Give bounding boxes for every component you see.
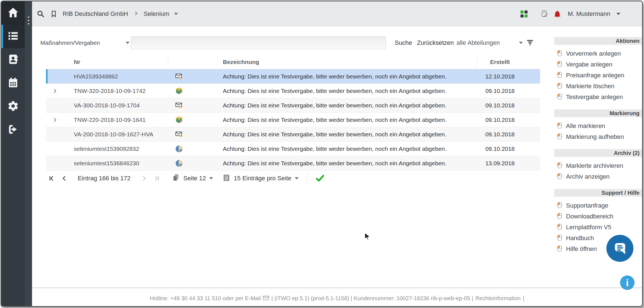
action-vergabe-anlegen[interactable]: Vergabe anlegen (554, 59, 643, 70)
table-row[interactable]: VA-200-2018-10-09-1627-HVA Achtung: Dies… (46, 127, 540, 142)
row-expander[interactable] (50, 142, 60, 156)
info-icon: i (626, 278, 629, 288)
sidebar-kebab-menu-icon[interactable] (26, 16, 30, 24)
row-nr: TNW-320-2018-10-09-1742 (74, 84, 146, 98)
notifications-bell-icon[interactable] (553, 10, 562, 18)
filter-funnel-icon[interactable] (526, 39, 534, 48)
row-nr: TNW-220-2018-10-09-1641 (74, 113, 146, 127)
breadcrumb-section[interactable]: Selenium (144, 10, 169, 18)
footer-version: | (iTWO ep 5.1) (prod-5.1-1156) | Kunden… (271, 295, 473, 302)
row-expander[interactable] (50, 156, 60, 171)
action-preisanfrage-anlegen[interactable]: Preisanfrage anlegen (554, 70, 643, 81)
apply-check-button[interactable] (314, 172, 326, 184)
last-page-button[interactable] (150, 172, 162, 184)
notes-edit-icon[interactable] (540, 10, 549, 18)
chevron-down-icon[interactable] (174, 13, 178, 15)
table-row[interactable]: HVA1539348862 Achtung: Dies ist eine Tes… (46, 69, 540, 84)
breadcrumb: RIB Deutschland GmbH Selenium (36, 1, 178, 26)
previous-page-button[interactable] (58, 172, 70, 184)
row-type-icon (175, 156, 184, 171)
action-markierte-archivieren[interactable]: Markierte archivieren (554, 160, 643, 171)
action-archiv-anzeigen[interactable]: Archiv anzeigen (554, 171, 643, 182)
email-envelope-icon[interactable] (263, 295, 269, 302)
table-row[interactable]: TNW-220-2018-10-09-1641 Achtung: Dies is… (46, 113, 540, 127)
mouse-action-icon (557, 245, 562, 253)
department-dropdown[interactable]: alle Abteilungen (457, 39, 523, 46)
footer-hotline: Hotline: +49 30 44 33 11 510 oder per E-… (150, 295, 261, 302)
search-icon[interactable] (36, 10, 45, 18)
list-icon (7, 30, 19, 43)
chat-support-button[interactable] (606, 235, 633, 262)
action-vorvermerk-anlegen[interactable]: Vorvermerk anlegen (554, 48, 643, 59)
mouse-action-icon (557, 61, 562, 68)
row-nr: VA-300-2018-10-09-1704 (74, 98, 140, 113)
footer-tail: | (523, 295, 524, 302)
pagination-range: Eintrag 166 bis 172 (78, 175, 131, 182)
package-icon (175, 116, 183, 124)
sidebar-item-contacts[interactable] (1, 48, 25, 72)
column-header-bezeichnung[interactable]: Bezeichnung (223, 55, 259, 69)
sidebar-item-logout[interactable] (1, 118, 25, 142)
apps-grid-icon[interactable] (520, 10, 528, 18)
action-downloadbereich[interactable]: Downloadbereich (554, 211, 643, 222)
first-page-button[interactable] (46, 172, 58, 184)
action-supportanfrage[interactable]: Supportanfrage (554, 200, 643, 211)
row-bezeichnung: Achtung: Dies ist eine Testvergabe, bitt… (223, 69, 447, 84)
footer-rechteinformation-link[interactable]: Rechteinformation (475, 295, 521, 302)
action-label: Downloadbereich (566, 213, 613, 220)
home-icon (7, 6, 19, 20)
row-bezeichnung: Achtung: Dies ist eine Testvergabe, bitt… (223, 98, 447, 113)
mouse-action-icon (557, 235, 562, 242)
sidebar-item-calendar[interactable] (1, 72, 25, 95)
action-label: Markierung aufheben (566, 133, 624, 141)
action-alle-markieren[interactable]: Alle markieren (554, 120, 643, 131)
entity-type-dropdown[interactable]: Maßnahmen/Vergaben (40, 36, 130, 50)
next-page-button[interactable] (138, 172, 150, 184)
action-lernplattform-v5[interactable]: Lernplattform V5 (554, 222, 643, 233)
package-icon (175, 87, 183, 95)
column-header-nr[interactable]: Nr (74, 55, 80, 69)
chevron-down-icon[interactable] (616, 13, 620, 15)
breadcrumb-company[interactable]: RIB Deutschland GmbH (63, 10, 128, 18)
reset-button[interactable]: Zurücksetzen (417, 39, 454, 46)
action-markierte-loeschen[interactable]: Markierte löschen (554, 81, 643, 92)
sidebar-item-home[interactable] (1, 1, 25, 25)
section-title: Support / Hilfe (554, 189, 643, 197)
column-header-erstellt[interactable]: Erstellt (475, 55, 525, 69)
table-row[interactable]: VA-300-2018-10-09-1704 Achtung: Dies ist… (46, 98, 540, 113)
search-input[interactable] (131, 36, 386, 49)
row-bezeichnung: Achtung: Dies ist eine Testvergabe, bitt… (223, 156, 447, 171)
row-expander[interactable] (50, 98, 60, 113)
entity-type-value: Maßnahmen/Vergaben (40, 40, 100, 46)
row-type-icon (175, 127, 184, 142)
action-markierung-aufheben[interactable]: Markierung aufheben (554, 131, 643, 142)
sidebar-item-settings[interactable] (1, 95, 25, 118)
action-label: Archiv anzeigen (566, 173, 610, 180)
user-menu[interactable]: M. Mustermann (568, 10, 610, 18)
row-expander[interactable] (50, 84, 60, 98)
envelope-forward-icon (175, 72, 183, 81)
table-row[interactable]: seleniumtest1536846230 Achtung: Dies ist… (46, 156, 540, 171)
table-row[interactable]: TNW-320-2018-10-09-1742 Achtung: Dies is… (46, 84, 540, 98)
row-expander[interactable] (50, 127, 60, 142)
gear-icon (7, 100, 19, 113)
mouse-action-icon (557, 202, 562, 209)
mouse-cursor (364, 232, 371, 242)
contacts-icon (7, 53, 19, 66)
table-row[interactable]: seleniumtest1539092832 Achtung: Dies ist… (46, 142, 540, 156)
search-button[interactable]: Suche (395, 39, 412, 46)
mouse-action-icon (557, 72, 562, 79)
bookmark-icon[interactable] (50, 10, 58, 18)
panel-section-markierung: Markierung Alle markieren Markierung auf… (554, 109, 643, 142)
row-expander[interactable] (50, 69, 60, 84)
action-label: Markierte archivieren (566, 162, 623, 169)
page-selector[interactable]: Seite 12 (172, 174, 213, 183)
per-page-selector[interactable]: 15 Einträge pro Seite (223, 174, 299, 183)
envelope-forward-icon (175, 130, 183, 139)
row-expander[interactable] (50, 113, 60, 127)
sidebar-item-list[interactable] (1, 25, 25, 48)
row-erstellt: 13.09.2018 (475, 156, 525, 171)
row-bezeichnung: Achtung: Dies ist eine Testvergabe, bitt… (223, 127, 447, 142)
chevron-down-icon (295, 177, 299, 179)
action-testvergabe-anlegen[interactable]: Testvergabe anlegen (554, 92, 643, 102)
